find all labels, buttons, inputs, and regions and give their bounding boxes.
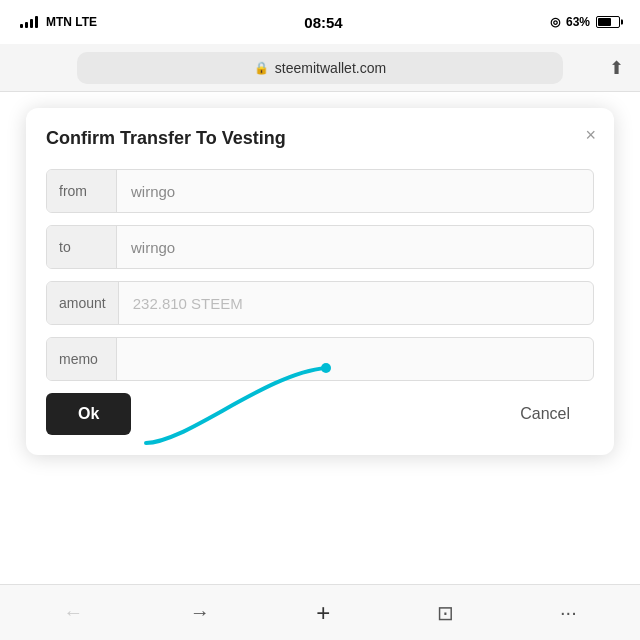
time-display: 08:54 bbox=[304, 14, 342, 31]
signal-bar-4 bbox=[35, 16, 38, 28]
memo-field: memo bbox=[46, 337, 594, 381]
close-button[interactable]: × bbox=[585, 126, 596, 144]
bottom-nav: ← → + ⊡ ··· bbox=[0, 584, 640, 640]
url-bar[interactable]: 🔒 steemitwallet.com bbox=[77, 52, 563, 84]
battery-icon bbox=[596, 16, 620, 28]
pages-button[interactable]: ⊡ bbox=[421, 593, 470, 633]
signal-bar-2 bbox=[25, 22, 28, 28]
signal-bar-3 bbox=[30, 19, 33, 28]
new-tab-button[interactable]: + bbox=[300, 591, 346, 635]
url-text: steemitwallet.com bbox=[275, 60, 386, 76]
share-button[interactable]: ⬆ bbox=[609, 57, 624, 79]
status-right: ◎ 63% bbox=[550, 15, 620, 29]
battery-fill bbox=[598, 18, 611, 26]
carrier-label: MTN LTE bbox=[46, 15, 97, 29]
annotation-arrow bbox=[106, 363, 406, 483]
signal-bar-1 bbox=[20, 24, 23, 28]
from-value: wirngo bbox=[117, 183, 593, 200]
more-button[interactable]: ··· bbox=[544, 593, 593, 632]
battery-percent: 63% bbox=[566, 15, 590, 29]
to-label: to bbox=[47, 226, 117, 268]
amount-value: 232.810 STEEM bbox=[119, 295, 593, 312]
location-icon: ◎ bbox=[550, 15, 560, 29]
signal-bars bbox=[20, 16, 38, 28]
lock-icon: 🔒 bbox=[254, 61, 269, 75]
ok-button[interactable]: Ok bbox=[46, 393, 131, 435]
status-left: MTN LTE bbox=[20, 15, 97, 29]
amount-label: amount bbox=[47, 282, 119, 324]
modal-title: Confirm Transfer To Vesting bbox=[46, 128, 594, 149]
memo-label: memo bbox=[47, 338, 117, 380]
modal-dialog: Confirm Transfer To Vesting × from wirng… bbox=[26, 108, 614, 455]
page-content: Confirm Transfer To Vesting × from wirng… bbox=[0, 92, 640, 471]
cancel-button[interactable]: Cancel bbox=[496, 393, 594, 435]
to-field: to wirngo bbox=[46, 225, 594, 269]
from-label: from bbox=[47, 170, 117, 212]
button-row: Ok Cancel bbox=[46, 393, 594, 435]
from-field: from wirngo bbox=[46, 169, 594, 213]
status-bar: MTN LTE 08:54 ◎ 63% bbox=[0, 0, 640, 44]
forward-button[interactable]: → bbox=[174, 593, 226, 632]
amount-field: amount 232.810 STEEM bbox=[46, 281, 594, 325]
back-button[interactable]: ← bbox=[47, 593, 99, 632]
to-value: wirngo bbox=[117, 239, 593, 256]
browser-bar: 🔒 steemitwallet.com ⬆ bbox=[0, 44, 640, 92]
